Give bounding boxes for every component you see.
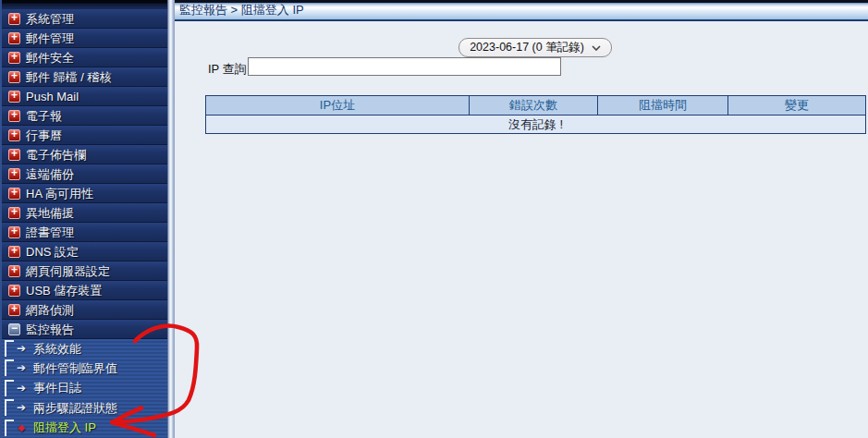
sidebar-subitem[interactable]: 事件日誌 (2, 379, 167, 398)
sidebar-item-label: 異地備援 (26, 207, 74, 219)
sidebar-item-label: Push Mail (26, 91, 79, 103)
sidebar-subitem-label: 阻擋登入 IP (33, 420, 96, 436)
table-row: 沒有記錄 ! (206, 116, 866, 134)
tree-branch (5, 380, 14, 396)
expand-plus-icon[interactable] (8, 110, 20, 122)
sidebar-subitem-label: 郵件管制臨界值 (33, 360, 117, 377)
sidebar-subitem-label: 兩步驟認證狀態 (33, 400, 117, 417)
sidebar-top-strip (2, 0, 167, 9)
breadcrumb: 監控報告 > 阻擋登入 IP (175, 3, 304, 19)
date-select-value: 2023-06-17 (0 筆記錄) (470, 40, 584, 55)
expand-plus-icon[interactable] (8, 52, 20, 64)
arrow-icon (15, 361, 28, 374)
blocked-ip-table: IP位址 錯誤次數 阻擋時間 變更 沒有記錄 ! (205, 95, 866, 134)
sidebar-subitem[interactable]: 阻擋登入 IP (2, 419, 167, 438)
sidebar-item-label: 郵件安全 (26, 52, 74, 64)
expand-plus-icon[interactable] (8, 149, 20, 161)
sidebar-item-label: 電子佈告欄 (26, 149, 86, 161)
sidebar-item-label: USB 儲存裝置 (26, 285, 102, 297)
sidebar-item[interactable]: USB 儲存裝置 (2, 281, 167, 300)
sidebar-subitem[interactable]: 郵件管制臨界值 (2, 359, 167, 378)
sidebar-item-label: 網路偵測 (26, 304, 74, 316)
sidebar-item[interactable]: 監控報告 (2, 320, 167, 339)
arrow-icon (15, 401, 28, 414)
content-body: 2023-06-17 (0 筆記錄) IP 查詢 : IP位址 錯誤次數 阻擋時… (175, 21, 868, 436)
table-header-cell[interactable]: IP位址 (206, 96, 470, 116)
expand-plus-icon[interactable] (8, 207, 20, 219)
diamond-bullet-icon (15, 421, 28, 434)
tree-branch (5, 359, 14, 376)
sidebar-item[interactable]: 網路偵測 (2, 300, 167, 320)
sidebar-item[interactable]: 郵件 歸檔 / 稽核 (2, 67, 167, 87)
sidebar-item-label: 網頁伺服器設定 (26, 265, 110, 277)
ip-query-label: IP 查詢 : (208, 61, 253, 78)
sidebar-item[interactable]: 系統管理 (2, 9, 167, 29)
expand-plus-icon[interactable] (8, 13, 20, 25)
sidebar-item[interactable]: DNS 設定 (2, 242, 167, 262)
sidebar-item-label: 郵件 歸檔 / 稽核 (26, 71, 111, 83)
sidebar-item[interactable]: 證書管理 (2, 223, 167, 242)
sidebar-subitem[interactable]: 兩步驟認證狀態 (2, 398, 167, 418)
expand-plus-icon[interactable] (8, 168, 20, 180)
main-content: 監控報告 > 阻擋登入 IP 2023-06-17 (0 筆記錄) IP 查詢 … (175, 0, 868, 438)
sidebar-item[interactable]: Push Mail (2, 87, 167, 106)
sidebar-item[interactable]: 網頁伺服器設定 (2, 262, 167, 281)
sidebar-menu: 系統管理 郵件管理 郵件安全 郵件 歸檔 / 稽核 Push Mail 電子報 … (2, 9, 167, 339)
sidebar-submenu-monitoring: 系統效能 郵件管制臨界值 事件日誌 兩步驟認證狀態 阻擋登入 IP (2, 339, 167, 438)
expand-plus-icon[interactable] (8, 71, 20, 83)
empty-message: 沒有記錄 ! (206, 116, 866, 134)
sidebar-item[interactable]: 遠端備份 (2, 164, 167, 184)
expand-plus-icon[interactable] (8, 226, 20, 238)
sidebar-item-label: 系統管理 (26, 13, 74, 25)
breadcrumb-bar: 監控報告 > 阻擋登入 IP (175, 0, 868, 21)
table-header-cell[interactable]: 變更 (728, 96, 866, 116)
sidebar-item-label: 監控報告 (26, 323, 74, 335)
tree-branch (5, 420, 14, 436)
sidebar-item[interactable]: 異地備援 (2, 203, 167, 223)
sidebar-item[interactable]: 郵件管理 (2, 29, 167, 48)
sidebar-item[interactable]: HA 高可用性 (2, 184, 167, 203)
chevron-down-icon (592, 45, 601, 51)
expand-plus-icon[interactable] (8, 246, 20, 258)
expand-plus-icon[interactable] (8, 285, 20, 297)
collapse-minus-icon[interactable] (8, 323, 20, 335)
sidebar-item[interactable]: 電子佈告欄 (2, 145, 167, 164)
sidebar-item[interactable]: 電子報 (2, 106, 167, 126)
arrow-icon (15, 382, 28, 395)
sidebar-item[interactable]: 郵件安全 (2, 48, 167, 67)
sidebar-item-label: 證書管理 (26, 226, 74, 238)
expand-plus-icon[interactable] (8, 265, 20, 277)
sidebar-subitem-label: 事件日誌 (33, 380, 81, 396)
date-record-select[interactable]: 2023-06-17 (0 筆記錄) (458, 38, 612, 57)
tree-branch (5, 340, 14, 357)
sidebar-item-label: 郵件管理 (26, 32, 74, 44)
sidebar-subitem-label: 系統效能 (33, 341, 81, 358)
expand-plus-icon[interactable] (8, 32, 20, 44)
sidebar-item-label: 遠端備份 (26, 168, 74, 180)
sidebar-item-label: HA 高可用性 (26, 188, 93, 200)
expand-plus-icon[interactable] (8, 188, 20, 200)
table-header-cell[interactable]: 錯誤次數 (470, 96, 598, 116)
admin-console: 系統管理 郵件管理 郵件安全 郵件 歸檔 / 稽核 Push Mail 電子報 … (0, 0, 868, 438)
sidebar-splitter[interactable] (167, 0, 175, 438)
expand-plus-icon[interactable] (8, 129, 20, 141)
arrow-icon (15, 342, 28, 355)
sidebar-item-label: 電子報 (26, 110, 62, 122)
table-header-row: IP位址 錯誤次數 阻擋時間 變更 (206, 96, 866, 116)
sidebar: 系統管理 郵件管理 郵件安全 郵件 歸檔 / 稽核 Push Mail 電子報 … (0, 0, 167, 438)
sidebar-subitem[interactable]: 系統效能 (2, 339, 167, 359)
tree-branch (5, 399, 14, 416)
expand-plus-icon[interactable] (8, 91, 20, 103)
sidebar-item-label: 行事曆 (26, 129, 62, 141)
sidebar-item[interactable]: 行事曆 (2, 126, 167, 145)
table-header-cell[interactable]: 阻擋時間 (598, 96, 728, 116)
expand-plus-icon[interactable] (8, 304, 20, 316)
ip-query-input[interactable] (248, 57, 561, 76)
sidebar-item-label: DNS 設定 (26, 246, 79, 258)
